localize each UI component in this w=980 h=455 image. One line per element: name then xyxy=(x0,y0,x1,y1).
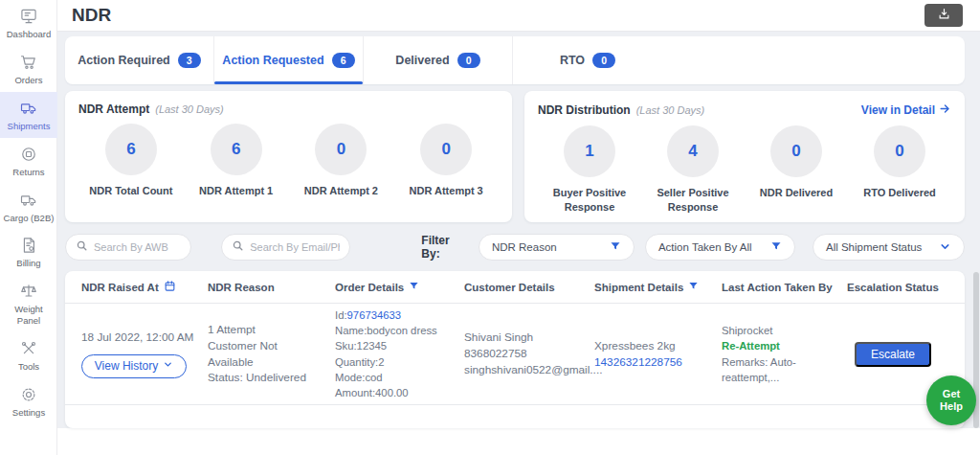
weight-panel-icon xyxy=(19,282,38,301)
customer-name: Shivani Singh xyxy=(464,330,585,346)
stat-value: 6 xyxy=(211,124,262,175)
arrow-right-icon xyxy=(939,102,951,118)
tab-action-requested[interactable]: Action Requested 6 xyxy=(214,36,364,84)
sidebar-item-settings[interactable]: Settings xyxy=(0,378,57,424)
cargo-icon xyxy=(19,191,38,210)
stat-ndr-total-count: 6 NDR Total Count xyxy=(78,124,184,198)
raised-at-date: 18 Jul 2022, 12:00 AM xyxy=(81,330,198,346)
stat-ndr-delivered: 0 NDR Delivered xyxy=(745,125,848,215)
view-in-detail-link[interactable]: View in Detail xyxy=(861,102,951,118)
sidebar-item-label: Billing xyxy=(16,258,40,269)
sidebar-item-label: Shipments xyxy=(8,121,51,132)
stat-ndr-attempt-1: 6 NDR Attempt 1 xyxy=(184,124,289,198)
stat-value: 4 xyxy=(667,125,719,177)
sidebar-item-cargo[interactable]: Cargo (B2B) xyxy=(0,184,57,230)
ndr-tabs: Action Required 3 Action Requested 6 Del… xyxy=(65,36,965,84)
order-sku: Sku:12345 xyxy=(335,338,455,353)
stat-value: 0 xyxy=(420,124,472,175)
stat-buyer-positive-response: 1 Buyer Positive Response xyxy=(538,125,641,215)
view-history-button[interactable]: View History xyxy=(81,354,187,378)
stat-label: NDR Delivered xyxy=(760,186,833,200)
attempt-count: 1 Attempt xyxy=(208,322,325,338)
sidebar-item-label: Returns xyxy=(12,167,44,178)
action-taken-filter[interactable]: Action Taken By All xyxy=(645,234,795,261)
stat-label: RTO Delivered xyxy=(863,186,936,200)
ndr-reason-filter[interactable]: NDR Reason xyxy=(479,234,635,261)
tab-count-badge: 3 xyxy=(178,53,201,68)
funnel-icon[interactable] xyxy=(409,281,419,293)
stat-rto-delivered: 0 RTO Delivered xyxy=(848,125,951,215)
ndr-distribution-card: NDR Distribution (Last 30 Days) View in … xyxy=(524,91,965,222)
ndr-attempt-card: NDR Attempt (Last 30 Days) 6 NDR Total C… xyxy=(65,91,512,222)
tab-delivered[interactable]: Delivered 0 xyxy=(364,36,513,84)
order-mode: Mode:cod xyxy=(335,370,455,385)
sidebar-item-returns[interactable]: Returns xyxy=(0,138,57,184)
card-title: NDR Distribution xyxy=(538,103,631,117)
settings-icon xyxy=(19,385,38,404)
tools-icon xyxy=(19,339,38,358)
tab-action-required[interactable]: Action Required 3 xyxy=(65,36,214,84)
sidebar-item-tools[interactable]: Tools xyxy=(0,332,57,378)
stat-value: 6 xyxy=(105,124,157,175)
action-remarks: Remarks: Auto-reattempt,... xyxy=(722,354,837,385)
stat-label: Seller Positive Response xyxy=(641,186,745,215)
column-escalation-status: Escalation Status xyxy=(847,282,965,293)
stat-ndr-attempt-3: 0 NDR Attempt 3 xyxy=(393,124,499,198)
order-quantity: Quantity:2 xyxy=(335,354,455,370)
calendar-icon[interactable] xyxy=(164,280,176,294)
stat-value: 0 xyxy=(770,125,822,177)
card-period: (Last 30 Days) xyxy=(155,103,224,115)
order-amount: Amount:400.00 xyxy=(335,385,455,400)
escalate-button[interactable]: Escalate xyxy=(855,342,931,367)
chevron-down-icon xyxy=(163,359,173,373)
export-button[interactable] xyxy=(924,4,963,27)
sidebar: Dashboard Orders Shipments Returns Cargo… xyxy=(0,0,57,455)
stat-value: 0 xyxy=(874,125,925,177)
stat-label: NDR Total Count xyxy=(89,184,172,198)
sidebar-item-label: Orders xyxy=(14,75,42,86)
filter-by-label: Filter By: xyxy=(421,234,471,261)
funnel-icon xyxy=(770,240,782,254)
shipments-icon xyxy=(19,99,38,118)
ndr-status-text: Status: Undelivered xyxy=(208,370,325,386)
sidebar-item-billing[interactable]: Billing xyxy=(0,229,57,275)
tab-count-badge: 0 xyxy=(457,53,480,68)
cell-ndr-raised-at: 18 Jul 2022, 12:00 AM View History xyxy=(81,304,208,404)
order-id-line: Id:976734633 xyxy=(335,307,455,323)
search-awb-field[interactable] xyxy=(65,234,191,261)
tabs-filler xyxy=(662,36,965,84)
get-help-button[interactable]: Get Help xyxy=(926,375,976,425)
shipment-status-filter[interactable]: All Shipment Status xyxy=(813,234,965,261)
column-last-action-taken-by: Last Action Taken By xyxy=(722,282,847,293)
stat-value: 0 xyxy=(315,124,367,175)
dashboard-icon xyxy=(19,7,38,26)
order-id-link[interactable]: 976734633 xyxy=(347,309,402,321)
sidebar-item-orders[interactable]: Orders xyxy=(0,46,57,92)
funnel-icon[interactable] xyxy=(688,281,699,293)
cell-last-action-taken-by: Shiprocket Re-Attempt Remarks: Auto-reat… xyxy=(722,304,847,404)
search-icon xyxy=(76,239,88,256)
search-contact-field[interactable] xyxy=(221,234,350,261)
ndr-reason-text: Customer Not Available xyxy=(208,338,325,371)
sidebar-item-label: Weight Panel xyxy=(2,304,56,327)
stat-label: NDR Attempt 3 xyxy=(410,184,483,198)
cell-ndr-reason: 1 Attempt Customer Not Available Status:… xyxy=(208,304,335,404)
sidebar-item-shipments[interactable]: Shipments xyxy=(0,92,57,138)
courier-name: Xpressbees 2kg xyxy=(594,338,712,354)
sidebar-item-dashboard[interactable]: Dashboard xyxy=(0,0,57,46)
search-awb-input[interactable] xyxy=(94,241,181,253)
column-ndr-raised-at: NDR Raised At xyxy=(81,280,208,294)
funnel-icon xyxy=(610,240,621,254)
billing-icon xyxy=(19,236,38,255)
tab-label: RTO xyxy=(560,54,585,67)
tab-rto[interactable]: RTO 0 xyxy=(513,36,662,84)
awb-link[interactable]: 14326321228756 xyxy=(594,354,712,371)
column-order-details: Order Details xyxy=(335,281,464,293)
card-period: (Last 30 Days) xyxy=(636,104,705,116)
search-contact-input[interactable] xyxy=(250,241,340,253)
cell-order-details: Id:976734633 Name:bodycon dress Sku:1234… xyxy=(335,304,464,404)
stat-label: NDR Attempt 2 xyxy=(304,184,378,198)
sidebar-item-weight-panel[interactable]: Weight Panel xyxy=(0,275,57,332)
table-row: 18 Jul 2022, 12:00 AM View History 1 Att… xyxy=(65,304,965,405)
action-type: Re-Attempt xyxy=(722,338,837,353)
